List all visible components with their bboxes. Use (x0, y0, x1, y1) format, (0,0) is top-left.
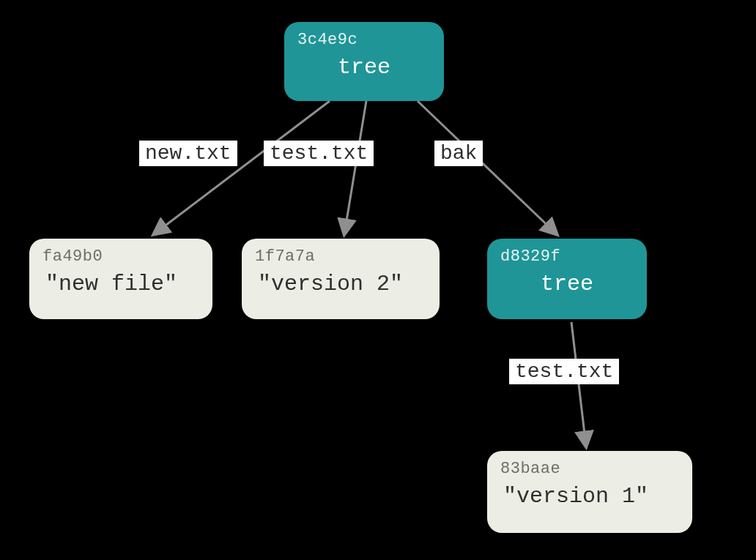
node-label: tree (500, 271, 634, 297)
edge-label-test2: test.txt (509, 359, 619, 384)
node-bak-tree: d8329f tree (487, 239, 647, 319)
edge-label-new: new.txt (139, 141, 237, 166)
edge-root-new (154, 101, 330, 234)
diagram-canvas: 3c4e9c tree fa49b0 "new file" 1f7a7a "ve… (0, 0, 756, 560)
node-label: "version 2" (255, 271, 426, 297)
node-hash: 1f7a7a (255, 247, 426, 266)
edge-label-bak: bak (434, 141, 483, 166)
node-hash: fa49b0 (42, 247, 199, 266)
node-new-blob: fa49b0 "new file" (29, 239, 212, 319)
node-hash: d8329f (500, 247, 634, 266)
edge-bak-v1 (571, 322, 586, 447)
edge-root-v2 (344, 101, 366, 234)
node-hash: 83baae (500, 460, 679, 479)
node-label: "new file" (42, 271, 199, 297)
node-label: "version 1" (500, 483, 679, 509)
node-root-tree: 3c4e9c tree (284, 22, 444, 101)
edge-label-test: test.txt (264, 141, 374, 166)
edge-root-bak (418, 101, 557, 234)
node-v1-blob: 83baae "version 1" (487, 451, 692, 533)
node-v2-blob: 1f7a7a "version 2" (242, 239, 440, 319)
node-label: tree (297, 54, 431, 81)
node-hash: 3c4e9c (297, 31, 431, 50)
